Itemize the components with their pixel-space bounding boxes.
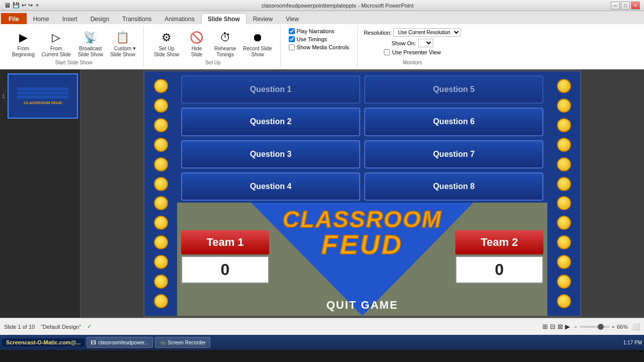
use-timings-checkbox[interactable] bbox=[289, 36, 295, 42]
broadcast-label: BroadcastSlide Show bbox=[78, 46, 103, 58]
dot bbox=[557, 275, 571, 289]
dot bbox=[154, 99, 168, 113]
time-display: 1:17 PM bbox=[623, 340, 642, 345]
dot bbox=[557, 157, 571, 171]
ribbon-tabs: File Home Insert Design Transitions Anim… bbox=[0, 11, 644, 24]
custom-slideshow-button[interactable]: 📋 CustomSlide Show ▼ bbox=[108, 29, 137, 59]
hide-icon: 🚫 bbox=[189, 30, 205, 46]
rehearse-timings-button[interactable]: ⏱ RehearseTimings bbox=[212, 29, 238, 59]
tab-slideshow[interactable]: Slide Show bbox=[201, 13, 247, 24]
dot bbox=[154, 255, 168, 269]
question-7-button[interactable]: Question 7 bbox=[364, 140, 543, 168]
dot bbox=[154, 177, 168, 191]
show-on-label: Show On: bbox=[391, 40, 416, 46]
team1-button[interactable]: Team 1 bbox=[181, 230, 269, 254]
dot bbox=[557, 79, 571, 93]
main-area: 1 CLASSROOM FEUD bbox=[0, 69, 644, 318]
resolution-select[interactable]: Use Current Resolution bbox=[393, 28, 461, 37]
record-icon: ⏺ bbox=[250, 30, 266, 46]
from-beginning-button[interactable]: ▶ FromBeginning bbox=[10, 29, 36, 59]
use-timings-label: Use Timings bbox=[297, 36, 328, 42]
reading-view-icon[interactable]: ⊠ bbox=[557, 323, 563, 330]
system-tray: 1:17 PM bbox=[623, 340, 642, 345]
dot bbox=[154, 79, 168, 93]
show-media-controls-checkbox[interactable] bbox=[289, 44, 295, 50]
zoom-slider[interactable] bbox=[580, 326, 610, 328]
use-presenter-view-label: Use Presenter View bbox=[392, 49, 441, 55]
screen-recorder-taskbar-item[interactable]: 📹 Screen Recorder bbox=[155, 337, 210, 348]
ribbon-group-monitors: Resolution: Use Current Resolution Show … bbox=[357, 26, 467, 67]
qa-save[interactable]: 💾 bbox=[13, 2, 20, 9]
restore-button[interactable]: □ bbox=[621, 2, 630, 10]
tab-view[interactable]: View bbox=[279, 13, 305, 24]
question-3-button[interactable]: Question 3 bbox=[181, 140, 360, 168]
play-narrations-label: Play Narrations bbox=[297, 28, 335, 34]
show-on-select[interactable] bbox=[418, 39, 433, 47]
status-bar: Slide 1 of 10 "Default Design" ✓ ⊞ ⊟ ⊠ ▶… bbox=[0, 318, 644, 335]
ribbon-group-start-slideshow: ▶ FromBeginning ▷ FromCurrent Slide 📡 Br… bbox=[4, 26, 144, 67]
broadcast-slideshow-button[interactable]: 📡 BroadcastSlide Show bbox=[76, 29, 105, 59]
qa-undo[interactable]: ↩ bbox=[22, 2, 26, 9]
from-current-slide-button[interactable]: ▷ FromCurrent Slide bbox=[39, 29, 72, 59]
ribbon-group-setup: ⚙ Set UpSlide Show 🚫 HideSlide ⏱ Rehears… bbox=[146, 26, 281, 67]
zoom-plus-button[interactable]: + bbox=[612, 324, 615, 330]
zoom-control: − + 66% bbox=[574, 324, 628, 330]
team1-score: 0 bbox=[181, 256, 269, 284]
dot bbox=[557, 255, 571, 269]
slideshow-view-icon[interactable]: ▶ bbox=[565, 323, 570, 330]
hide-slide-button[interactable]: 🚫 HideSlide bbox=[184, 29, 209, 59]
dot bbox=[154, 275, 168, 289]
dot bbox=[557, 118, 571, 132]
minimize-button[interactable]: ─ bbox=[611, 2, 620, 10]
setup-group-label: Set Up bbox=[205, 59, 221, 65]
tab-transitions[interactable]: Transitions bbox=[116, 13, 158, 24]
question-6-button[interactable]: Question 6 bbox=[364, 108, 543, 136]
dot bbox=[154, 138, 168, 152]
question-8-button[interactable]: Question 8 bbox=[364, 172, 543, 201]
tab-review[interactable]: Review bbox=[247, 13, 279, 24]
from-beginning-icon: ▶ bbox=[15, 30, 31, 46]
zoom-minus-button[interactable]: − bbox=[574, 324, 577, 330]
tab-design[interactable]: Design bbox=[84, 13, 116, 24]
powerpoint-taskbar-item[interactable]: 🎞 classroomfeudpower... bbox=[87, 337, 153, 348]
slide-sorter-icon[interactable]: ⊟ bbox=[550, 323, 555, 330]
setup-slideshow-button[interactable]: ⚙ Set UpSlide Show bbox=[152, 29, 181, 59]
slide-thumbnail-1[interactable]: CLASSROOM FEUD bbox=[8, 73, 78, 119]
normal-view-icon[interactable]: ⊞ bbox=[542, 323, 548, 330]
hide-label: HideSlide bbox=[191, 46, 202, 58]
question-1-button[interactable]: Question 1 bbox=[181, 75, 360, 104]
rehearse-label: RehearseTimings bbox=[214, 46, 236, 58]
use-presenter-view-checkbox[interactable] bbox=[384, 49, 390, 55]
team2-button[interactable]: Team 2 bbox=[455, 230, 543, 254]
dot bbox=[557, 294, 571, 308]
dot bbox=[154, 118, 168, 132]
screencast-button[interactable]: Screencast-O-Matic.com@... bbox=[2, 338, 85, 346]
dot bbox=[557, 235, 571, 249]
question-5-button[interactable]: Question 5 bbox=[364, 75, 543, 104]
spell-check-icon: ✓ bbox=[87, 323, 92, 330]
qa-redo[interactable]: ↪ bbox=[28, 2, 33, 9]
record-slideshow-button[interactable]: ⏺ Record SlideShow ▼ bbox=[241, 29, 274, 59]
custom-label: CustomSlide Show bbox=[110, 46, 135, 58]
question-4-button[interactable]: Question 4 bbox=[181, 172, 360, 201]
tab-file[interactable]: File bbox=[1, 13, 27, 24]
dot bbox=[154, 157, 168, 171]
fit-slide-button[interactable]: ⬜ bbox=[632, 323, 640, 330]
dot bbox=[557, 99, 571, 113]
slide-canvas: Question 1 Question 5 Question 2 Questio… bbox=[143, 70, 581, 317]
quit-game-button[interactable]: QUIT GAME bbox=[327, 299, 398, 312]
slide-info: Slide 1 of 10 bbox=[4, 324, 35, 330]
theme-info: "Default Design" bbox=[41, 324, 81, 330]
title-bar: 🖥 💾 ↩ ↪ ▼ classroomfeudpowerpointtemplat… bbox=[0, 0, 644, 11]
question-2-button[interactable]: Question 2 bbox=[181, 108, 360, 136]
play-narrations-checkbox[interactable] bbox=[289, 28, 295, 34]
close-button[interactable]: ✕ bbox=[631, 2, 640, 10]
monitors-group-label: Monitors bbox=[403, 59, 422, 65]
tab-insert[interactable]: Insert bbox=[56, 13, 84, 24]
game-area: CLASSROOM FEUD Team 1 Team 2 0 0 QUIT GA… bbox=[177, 203, 547, 316]
dot bbox=[154, 294, 168, 308]
window-title: classroomfeudpowerpointtemplatepptx - Mi… bbox=[64, 3, 611, 9]
tab-home[interactable]: Home bbox=[27, 13, 56, 24]
tab-animations[interactable]: Animations bbox=[158, 13, 201, 24]
feud-text: FEUD bbox=[283, 231, 442, 258]
